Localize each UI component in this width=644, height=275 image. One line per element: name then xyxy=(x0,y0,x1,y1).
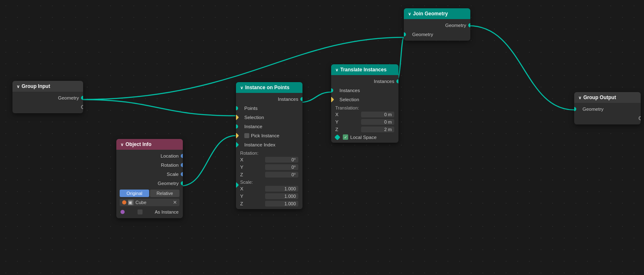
selection-socket xyxy=(236,114,239,120)
rotation-section-label: Rotation: xyxy=(236,149,302,156)
ti-z-label: Z xyxy=(335,127,342,132)
geometry-out-label: Geometry xyxy=(120,181,179,186)
rotation-z-row: Z xyxy=(236,171,302,178)
instance-on-points-body: Instances Points Selection Instance Pick… xyxy=(236,93,302,209)
object-input-row[interactable]: ▣ Cube ✕ xyxy=(120,199,179,206)
ti-instances-input-socket xyxy=(331,88,333,92)
chevron-icon: ∨ xyxy=(408,12,411,16)
geometry-output-socket xyxy=(81,96,83,100)
join-geometry-node[interactable]: ∨ Join Geometry Geometry Geometry xyxy=(404,8,470,41)
ti-y-label: Y xyxy=(335,119,342,124)
instance-on-points-title: Instance on Points xyxy=(245,85,290,90)
pick-instance-checkbox xyxy=(244,133,249,138)
points-input-row: Points xyxy=(236,104,302,113)
join-geometry-title: Join Geometry xyxy=(413,11,448,17)
translate-instances-header: ∨ Translate Instances xyxy=(331,64,398,75)
instances-output-row: Instances xyxy=(236,95,302,104)
group-input-node[interactable]: ∨ Group Input Geometry xyxy=(12,81,83,113)
geometry-output-row: Geometry xyxy=(12,93,83,102)
scale-z-input[interactable] xyxy=(265,201,298,207)
instance-index-row: Instance Index xyxy=(236,140,302,149)
jg-geometry-input-row: Geometry xyxy=(404,30,470,39)
scale-label: Scale xyxy=(120,172,179,177)
rotation-x-input[interactable] xyxy=(265,157,298,163)
scale-x-input[interactable] xyxy=(265,186,298,192)
go-geometry-input-row: Geometry xyxy=(574,105,641,114)
original-button[interactable]: Original xyxy=(120,190,149,197)
local-space-socket xyxy=(334,134,340,140)
group-output-node[interactable]: ∨ Group Output Geometry xyxy=(574,92,641,124)
ti-instances-label: Instances xyxy=(339,88,394,93)
rotation-x-label: X xyxy=(240,157,246,162)
close-icon[interactable]: ✕ xyxy=(173,200,177,205)
instance-input-socket xyxy=(236,124,238,129)
instance-on-points-node[interactable]: ∨ Instance on Points Instances Points Se… xyxy=(236,82,302,209)
as-instance-row: As Instance xyxy=(116,207,183,217)
empty-output-row xyxy=(12,102,83,112)
object-dot xyxy=(122,200,126,204)
cube-name: Cube xyxy=(135,200,171,205)
object-info-body: Location Rotation Scale Geometry Origina… xyxy=(116,150,183,218)
jg-geometry-output-socket xyxy=(468,23,470,27)
chevron-icon: ∨ xyxy=(335,68,338,72)
instances-output-socket xyxy=(300,97,302,101)
translate-instances-node[interactable]: ∨ Translate Instances Instances Instance… xyxy=(331,64,398,143)
scale-x-label: X xyxy=(240,186,246,191)
instance-on-points-header: ∨ Instance on Points xyxy=(236,82,302,93)
ti-trans-x-row: X xyxy=(331,111,398,118)
join-geometry-body: Geometry Geometry xyxy=(404,19,470,41)
selection-label: Selection xyxy=(244,115,298,120)
relative-button[interactable]: Relative xyxy=(150,190,179,197)
rotation-y-input[interactable] xyxy=(265,164,298,170)
as-instance-icon xyxy=(138,209,143,214)
chevron-icon: ∨ xyxy=(240,85,243,90)
instance-index-label: Instance Index xyxy=(244,142,298,147)
group-input-header: ∨ Group Input xyxy=(12,81,83,92)
rotation-y-row: Y xyxy=(236,163,302,171)
pick-instance-label: Pick Instance xyxy=(251,133,298,138)
scale-y-label: Y xyxy=(240,194,246,199)
ti-trans-y-input[interactable] xyxy=(361,119,394,125)
rotation-socket xyxy=(181,163,183,167)
ti-instances-output-row: Instances xyxy=(331,77,398,86)
ti-instances-output-label: Instances xyxy=(335,79,394,84)
rotation-z-input[interactable] xyxy=(265,172,298,178)
ti-instances-output-socket xyxy=(396,79,398,83)
object-info-node[interactable]: ∨ Object Info Location Rotation Scale Ge… xyxy=(116,139,183,218)
go-empty-row xyxy=(574,114,641,123)
ti-x-label: X xyxy=(335,112,342,117)
go-geometry-label: Geometry xyxy=(583,107,637,112)
location-label: Location xyxy=(120,153,179,158)
scale-y-input[interactable] xyxy=(265,193,298,199)
geometry-out-row: Geometry xyxy=(116,179,183,188)
scale-y-row: Y xyxy=(236,192,302,200)
ti-trans-y-row: Y xyxy=(331,118,398,126)
location-socket xyxy=(181,154,183,158)
chevron-icon: ∨ xyxy=(120,142,123,147)
geometry-label: Geometry xyxy=(17,95,79,100)
translate-instances-body: Instances Instances Selection Translatio… xyxy=(331,75,398,143)
rotation-label: Rotation xyxy=(120,163,179,168)
empty-output-socket xyxy=(81,105,83,109)
chevron-icon: ∨ xyxy=(17,84,20,89)
ti-trans-z-input[interactable] xyxy=(361,127,394,132)
ti-translation-label: Translation: xyxy=(331,104,398,111)
ti-selection-row: Selection xyxy=(331,95,398,104)
local-space-checkbox[interactable]: ✓ xyxy=(343,134,348,140)
object-info-header: ∨ Object Info xyxy=(116,139,183,150)
cube-icon: ▣ xyxy=(128,200,134,205)
instances-output-label: Instances xyxy=(240,97,298,102)
group-output-title: Group Output xyxy=(583,95,616,100)
jg-geometry-output-row: Geometry xyxy=(404,21,470,30)
scale-z-label: Z xyxy=(240,201,246,206)
group-output-body: Geometry xyxy=(574,103,641,124)
instance-label: Instance xyxy=(244,124,298,129)
ti-trans-x-input[interactable] xyxy=(361,112,394,117)
scale-section-label: Scale: xyxy=(236,178,302,185)
instance-index-socket xyxy=(236,142,239,148)
selection-input-row: Selection xyxy=(236,113,302,122)
rotation-y-label: Y xyxy=(240,165,246,170)
ti-instances-input-row: Instances xyxy=(331,86,398,95)
jg-geometry-output-label: Geometry xyxy=(408,23,466,28)
points-label: Points xyxy=(244,106,298,111)
